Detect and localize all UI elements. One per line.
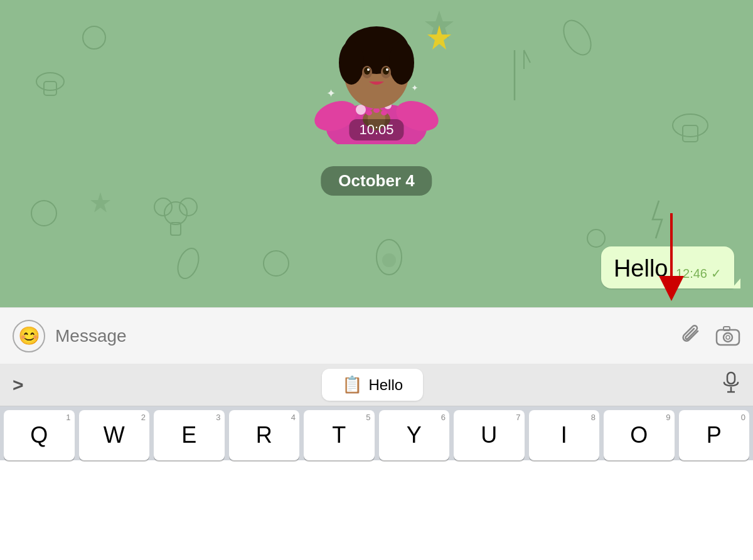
svg-rect-48 — [717, 330, 739, 345]
key-E[interactable]: 3E — [154, 410, 225, 460]
clipboard-suggestion-text: Hello — [368, 376, 403, 394]
keyboard-rows: 1Q 2W 3E 4R 5T 6Y 7U 8I 9O 0P — [0, 406, 753, 460]
svg-point-49 — [724, 333, 732, 342]
attachment-button[interactable] — [680, 325, 703, 347]
key-Y[interactable]: 6Y — [379, 410, 450, 460]
input-icons — [680, 325, 740, 347]
sticker-timestamp: 10:05 — [349, 119, 403, 140]
svg-point-39 — [364, 67, 370, 75]
key-I[interactable]: 8I — [529, 410, 600, 460]
date-separator-text: October 4 — [338, 171, 414, 190]
annotation-arrow — [653, 213, 690, 304]
svg-point-36 — [389, 41, 414, 85]
svg-rect-52 — [727, 372, 735, 384]
attachment-icon — [680, 325, 703, 347]
input-bar: 😊 — [0, 307, 753, 364]
camera-button[interactable] — [715, 325, 740, 347]
svg-point-30 — [373, 108, 380, 113]
key-T[interactable]: 5T — [304, 410, 375, 460]
svg-point-40 — [383, 67, 389, 75]
svg-rect-51 — [724, 327, 730, 330]
clipboard-icon: 📋 — [342, 375, 362, 394]
key-O[interactable]: 9O — [604, 410, 675, 460]
svg-text:✦: ✦ — [326, 87, 336, 100]
clipboard-suggestion[interactable]: 📋 Hello — [322, 369, 423, 401]
chat-area: ✦ ✦ 10:05 October 4 Hello 12:46 ✓ — [0, 0, 753, 307]
svg-point-24 — [356, 105, 366, 115]
svg-marker-47 — [659, 276, 684, 301]
mic-icon — [722, 371, 740, 394]
svg-text:✦: ✦ — [411, 83, 419, 93]
suggestions-bar: > 📋 Hello — [0, 364, 753, 406]
key-R[interactable]: 4R — [229, 410, 300, 460]
svg-point-50 — [726, 335, 730, 339]
camera-icon — [715, 325, 740, 347]
keyboard-area: > 📋 Hello 1Q 2W 3E 4R 5T 6Y 7U 8I 9O — [0, 364, 753, 460]
svg-point-35 — [339, 41, 364, 85]
key-U[interactable]: 7U — [454, 410, 525, 460]
key-row-1: 1Q 2W 3E 4R 5T 6Y 7U 8I 9O 0P — [4, 410, 749, 460]
message-input[interactable] — [55, 326, 670, 346]
date-separator: October 4 — [321, 166, 432, 196]
svg-marker-43 — [427, 25, 451, 50]
svg-point-29 — [366, 110, 372, 115]
chat-content: ✦ ✦ 10:05 October 4 Hello 12:46 ✓ — [0, 0, 753, 307]
key-W[interactable]: 2W — [79, 410, 150, 460]
svg-point-41 — [367, 68, 370, 71]
sticker-time-text: 10:05 — [359, 122, 393, 137]
svg-point-31 — [381, 110, 387, 115]
svg-point-42 — [386, 68, 388, 71]
key-Q[interactable]: 1Q — [4, 410, 75, 460]
suggestions-expand-button[interactable]: > — [13, 374, 24, 396]
message-check-icon: ✓ — [711, 266, 722, 281]
emoji-button[interactable]: 😊 — [13, 320, 45, 352]
key-P[interactable]: 0P — [679, 410, 750, 460]
emoji-icon: 😊 — [18, 325, 40, 346]
mic-button[interactable] — [722, 371, 740, 398]
